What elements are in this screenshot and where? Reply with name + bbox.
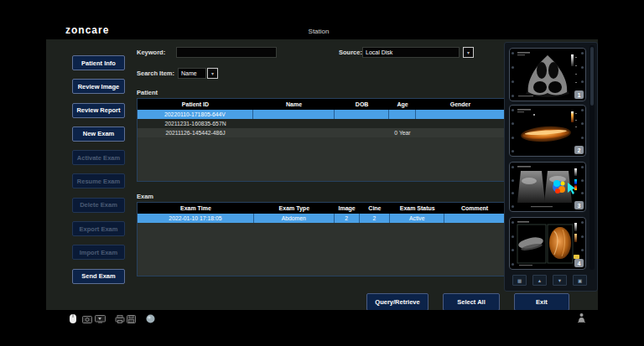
name-cell: [253, 119, 335, 128]
exam-table-header: Exam Time Exam Type Image Cine Exam Stat…: [138, 203, 505, 214]
dob-cell: [335, 128, 389, 137]
patient-table-header: Patient ID Name DOB Age Gender: [138, 99, 505, 110]
exam-row-selected[interactable]: 2022-01-10 17:18:05 Abdomen 2 2 Active: [138, 214, 505, 223]
column-header: Patient ID: [138, 99, 253, 110]
column-header: Age: [389, 99, 416, 110]
page-title: Station: [252, 28, 386, 35]
thumbnail-scrollbar[interactable]: [589, 45, 595, 270]
column-header: Image: [335, 203, 360, 214]
grid-icon: ▦: [517, 278, 522, 283]
source-dropdown-button[interactable]: ▾: [463, 47, 474, 58]
exam-time-cell: 2022-01-10 17:18:05: [138, 214, 254, 223]
search-item-dropdown-button[interactable]: ▾: [207, 68, 218, 79]
thumbnail-4[interactable]: 4: [509, 217, 586, 270]
column-header: DOB: [335, 99, 389, 110]
search-item-select[interactable]: Name: [178, 68, 206, 79]
export-exam-button: Export Exam: [72, 221, 125, 236]
cine-count-cell: 2: [360, 214, 391, 223]
thumbnail-number-badge: 2: [574, 146, 584, 154]
thumbnail-1[interactable]: 1: [509, 48, 586, 101]
column-header: Name: [253, 99, 335, 110]
source-select[interactable]: Local Disk: [362, 47, 460, 58]
gender-cell: [416, 110, 505, 119]
exam-section-label: Exam: [137, 193, 153, 200]
exit-button[interactable]: Exit: [514, 293, 569, 311]
review-report-button[interactable]: Review Report: [72, 103, 125, 118]
arrow-down-icon: ▼: [558, 278, 562, 283]
exam-table: Exam Time Exam Type Image Cine Exam Stat…: [137, 202, 506, 276]
film-sprockets: [511, 221, 515, 266]
patient-row[interactable]: 20211231-160835-657N: [138, 119, 505, 128]
film-sprockets: [511, 52, 515, 97]
patient-row-selected[interactable]: 20220110-171805-644V: [138, 110, 505, 119]
thumbnail-number-badge: 1: [574, 90, 584, 99]
patient-id-cell: 20220110-171805-644V: [138, 110, 253, 119]
film-sprockets: [511, 166, 515, 208]
orange-doppler-band-thumbnail: [516, 107, 581, 156]
thumbnail-number-badge: 4: [574, 259, 584, 267]
printer-icon: [115, 315, 125, 323]
resume-exam-button: Resume Exam: [72, 173, 125, 188]
source-label: Source:: [339, 49, 362, 56]
review-image-button[interactable]: Review Image: [72, 79, 125, 94]
keyword-label: Keyword:: [137, 49, 165, 56]
name-cell: [253, 110, 335, 119]
gender-cell: [416, 119, 505, 128]
status-bar: [0, 310, 644, 346]
thumbnail-2[interactable]: 2: [509, 105, 586, 157]
dual-abdomen-color-doppler-thumbnail: [516, 164, 581, 211]
column-header: Exam Status: [390, 203, 444, 214]
age-cell: [389, 119, 416, 128]
search-item-label: Search Item:: [137, 70, 174, 77]
zoncare-logo: zoncare: [65, 24, 109, 36]
abdomen-3d-render-thumbnail: [516, 219, 581, 269]
delete-exam-button: Delete Exam: [72, 198, 125, 213]
storage-icon: [127, 315, 136, 323]
mouse-icon: [69, 313, 77, 324]
image-count-cell: 2: [335, 214, 360, 223]
station-screen: zoncare Station Patient Info Review Imag…: [0, 0, 644, 346]
print-status-icon: [577, 312, 586, 323]
age-cell: 0 Year: [389, 128, 416, 137]
comment-cell: [444, 214, 505, 223]
column-header: Gender: [416, 99, 505, 110]
chevron-down-icon: ▾: [211, 70, 214, 76]
chevron-down-icon: ▾: [467, 49, 470, 55]
column-header: Exam Type: [254, 203, 335, 214]
cardiac-four-chamber-thumbnail: [516, 50, 581, 101]
exam-status-cell: Active: [390, 214, 444, 223]
column-header: Exam Time: [138, 203, 254, 214]
patient-id-cell: 20211231-160835-657N: [138, 119, 253, 128]
keyword-input[interactable]: [176, 47, 277, 58]
new-exam-button[interactable]: New Exam: [72, 127, 125, 142]
sidebar: Patient Info Review Image Review Report …: [72, 55, 125, 284]
patient-row[interactable]: 20211126-145442-486J 0 Year: [138, 128, 505, 137]
scroll-down-button[interactable]: ▼: [553, 275, 567, 286]
thumbnail-last-button[interactable]: ▣: [573, 275, 587, 286]
film-sprockets: [511, 109, 515, 152]
scroll-up-button[interactable]: ▲: [532, 275, 547, 286]
monitor-icon: [95, 315, 106, 323]
gender-cell: [416, 128, 505, 137]
thumbnail-number-badge: 3: [574, 201, 584, 209]
camera-icon: [82, 315, 92, 323]
dob-cell: [335, 110, 389, 119]
column-header: Comment: [444, 203, 505, 214]
last-page-icon: ▣: [578, 278, 582, 283]
thumbnail-3[interactable]: 3: [509, 162, 586, 212]
patient-id-cell: 20211126-145442-486J: [138, 128, 253, 137]
send-exam-button[interactable]: Send Exam: [72, 269, 125, 284]
patient-info-button[interactable]: Patient Info: [72, 55, 125, 70]
exam-type-cell: Abdomen: [254, 214, 335, 223]
patient-table: Patient ID Name DOB Age Gender 20220110-…: [137, 98, 506, 182]
age-cell: [389, 110, 416, 119]
column-header: Cine: [360, 203, 391, 214]
activate-exam-button: Activate Exam: [72, 150, 125, 165]
thumbnail-grid-button[interactable]: ▦: [512, 275, 527, 286]
query-retrieve-button[interactable]: Query/Retrieve: [366, 293, 428, 311]
name-cell: [253, 128, 335, 137]
arrow-up-icon: ▲: [538, 278, 542, 283]
trackball-icon: [146, 314, 155, 323]
scrollbar-thumb[interactable]: [590, 47, 594, 106]
select-all-button[interactable]: Select All: [443, 293, 500, 311]
